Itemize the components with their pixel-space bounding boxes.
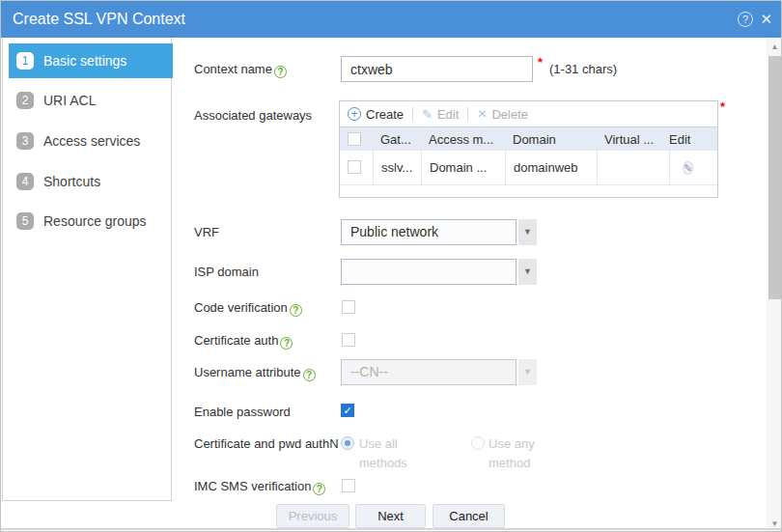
chevron-down-icon[interactable]: ▼ xyxy=(518,359,537,385)
select-all-checkbox[interactable] xyxy=(348,132,361,146)
dialog-titlebar: Create SSL VPN Context ? ✕ xyxy=(1,1,782,38)
help-question-icon[interactable]: ? xyxy=(290,304,302,317)
column-header-virtual-host[interactable]: Virtual ... xyxy=(597,132,669,147)
help-icon[interactable]: ? xyxy=(738,12,753,27)
use-any-method-radio[interactable] xyxy=(471,436,485,450)
cert-pwd-authn-label: Certificate and pwd authN xyxy=(194,436,339,451)
help-question-icon[interactable]: ? xyxy=(313,483,325,495)
cell-domain: domainweb xyxy=(505,151,597,184)
sidebar-item-label: URI ACL xyxy=(43,93,96,108)
sidebar-item-resource-groups[interactable]: 5 Resource groups xyxy=(9,204,172,238)
cell-virtual-host xyxy=(597,151,669,184)
column-header-gateway[interactable]: Gat... xyxy=(373,132,421,147)
code-verification-label: Code verification? xyxy=(194,300,302,317)
delete-x-icon: ✕ xyxy=(477,107,487,121)
column-header-access-mode[interactable]: Access m... xyxy=(421,132,505,147)
toolbar-divider xyxy=(412,107,413,121)
scroll-up-icon[interactable]: ▲ xyxy=(767,40,782,54)
sidebar-item-basic-settings[interactable]: 1 Basic settings xyxy=(9,43,173,78)
create-plus-icon: + xyxy=(348,107,361,121)
edit-button[interactable]: ✎ Edit xyxy=(422,107,459,122)
certificate-auth-checkbox[interactable] xyxy=(342,333,355,347)
vrf-select[interactable]: Public network ▼ xyxy=(341,219,537,245)
username-attribute-label: Username attribute? xyxy=(194,365,316,381)
isp-domain-select[interactable]: ▼ xyxy=(341,259,537,285)
isp-domain-label: ISP domain xyxy=(194,265,259,279)
dialog-bottom-edge xyxy=(1,528,782,530)
use-any-method-label: Use any method xyxy=(489,434,548,473)
sidebar-item-label: Shortcuts xyxy=(43,174,100,189)
vrf-label: VRF xyxy=(194,225,219,239)
enable-password-label: Enable password xyxy=(194,405,291,419)
enable-password-checkbox[interactable]: ✓ xyxy=(341,404,354,417)
gateways-toolbar: + Create ✎ Edit ✕ Delete xyxy=(340,101,717,126)
sidebar-item-access-services[interactable]: 3 Access services xyxy=(9,124,172,158)
table-empty-footer xyxy=(340,184,717,197)
required-asterisk: * xyxy=(720,99,725,114)
cancel-button[interactable]: Cancel xyxy=(433,504,505,528)
help-question-icon[interactable]: ? xyxy=(303,369,316,381)
toolbar-divider xyxy=(467,107,468,121)
delete-button[interactable]: ✕ Delete xyxy=(477,107,528,122)
username-attribute-select-value[interactable]: --CN-- xyxy=(341,359,517,385)
context-name-label: Context name? xyxy=(194,62,287,78)
previous-button[interactable]: Previous xyxy=(276,504,349,528)
context-name-input[interactable] xyxy=(341,56,533,82)
sidebar-item-label: Access services xyxy=(43,133,140,149)
use-all-methods-radio[interactable] xyxy=(341,436,354,450)
certificate-auth-label: Certificate auth? xyxy=(194,333,293,350)
cell-gateway: sslv... xyxy=(373,151,421,184)
next-button[interactable]: Next xyxy=(355,504,426,528)
sidebar-item-shortcuts[interactable]: 4 Shortcuts xyxy=(9,164,172,199)
scrollbar-thumb[interactable] xyxy=(768,56,781,299)
step-number-badge: 4 xyxy=(16,173,34,190)
vrf-select-value[interactable]: Public network xyxy=(341,219,517,245)
sidebar-item-label: Basic settings xyxy=(43,53,126,69)
step-number-badge: 1 xyxy=(16,52,34,70)
use-all-methods-label: Use all methods xyxy=(359,434,419,473)
create-button[interactable]: + Create xyxy=(348,107,404,122)
sidebar-item-uri-acl[interactable]: 2 URI ACL xyxy=(9,83,172,118)
edit-pencil-icon: ✎ xyxy=(422,107,433,122)
username-attribute-select[interactable]: --CN-- ▼ xyxy=(341,359,537,385)
help-question-icon[interactable]: ? xyxy=(280,337,293,350)
help-question-icon[interactable]: ? xyxy=(274,66,287,78)
table-header-row: Gat... Access m... Domain Virtual ... Ed… xyxy=(340,126,717,151)
context-name-hint: (1-31 chars) xyxy=(549,62,617,76)
column-header-edit[interactable]: Edit xyxy=(669,132,717,147)
chevron-down-icon[interactable]: ▼ xyxy=(518,219,537,245)
column-header-domain[interactable]: Domain xyxy=(505,132,597,147)
step-number-badge: 2 xyxy=(16,92,34,109)
imc-sms-verification-label: IMC SMS verification? xyxy=(194,479,325,495)
step-number-badge: 3 xyxy=(16,132,34,150)
wizard-steps-sidebar: 1 Basic settings 2 URI ACL 3 Access serv… xyxy=(2,38,172,501)
chevron-down-icon[interactable]: ▼ xyxy=(518,259,537,285)
isp-domain-select-value[interactable] xyxy=(341,259,517,285)
associated-gateways-table: + Create ✎ Edit ✕ Delete Gat... Access m… xyxy=(339,100,718,198)
create-ssl-vpn-context-dialog: Create SSL VPN Context ? ✕ ▲ ▼ 1 Basic s… xyxy=(0,0,782,532)
sidebar-item-label: Resource groups xyxy=(43,213,147,229)
associated-gateways-label: Associated gateways xyxy=(194,108,312,123)
cell-access-mode: Domain ... xyxy=(421,151,505,184)
row-checkbox[interactable] xyxy=(348,160,361,174)
close-icon[interactable]: ✕ xyxy=(760,10,772,29)
required-asterisk: * xyxy=(538,55,543,70)
vertical-scrollbar[interactable]: ▲ ▼ xyxy=(767,38,782,532)
row-edit-pencil-icon[interactable]: ✎ xyxy=(683,161,693,175)
code-verification-checkbox[interactable] xyxy=(342,300,355,314)
table-row: sslv... Domain ... domainweb ✎ xyxy=(340,151,717,184)
step-number-badge: 5 xyxy=(16,212,34,230)
imc-sms-verification-checkbox[interactable] xyxy=(342,479,355,492)
dialog-title: Create SSL VPN Context xyxy=(13,1,185,38)
